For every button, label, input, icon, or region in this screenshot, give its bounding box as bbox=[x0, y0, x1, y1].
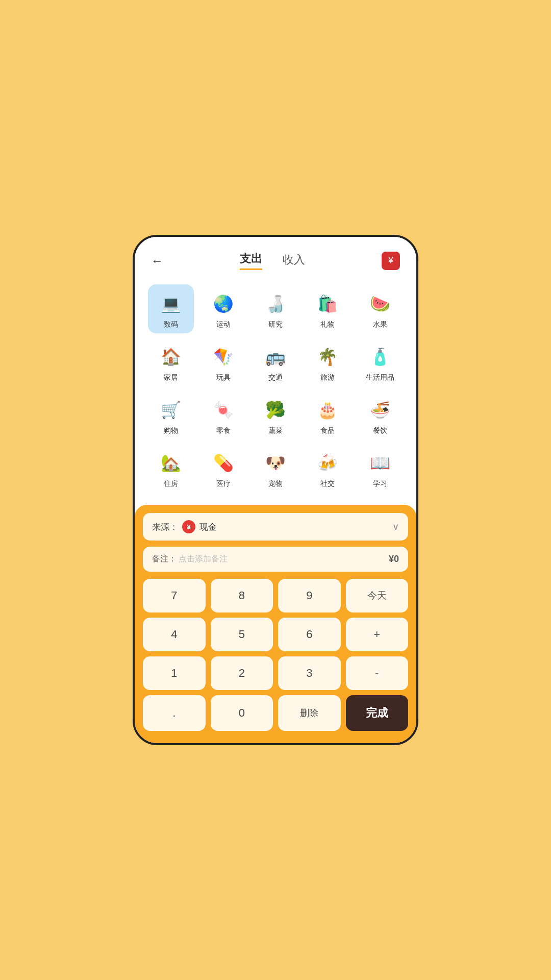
tab-expense[interactable]: 支出 bbox=[240, 251, 262, 270]
cat-icon-study2: 🍶 bbox=[261, 289, 290, 318]
cat-item-shopping[interactable]: 🛒购物 bbox=[148, 390, 194, 439]
category-row: 💻数码🌏运动🍶研究🛍️礼物🍉水果 bbox=[145, 284, 406, 333]
cat-icon-pet: 🐶 bbox=[261, 449, 290, 477]
source-icon: ¥ bbox=[182, 520, 195, 533]
cat-icon-digital: 💻 bbox=[157, 289, 185, 318]
cat-icon-learn: 📖 bbox=[366, 449, 394, 477]
cat-item-digital[interactable]: 💻数码 bbox=[148, 284, 194, 333]
cat-label-social: 社交 bbox=[320, 479, 335, 488]
cat-label-learn: 学习 bbox=[373, 479, 387, 488]
cat-icon-fruit: 🍉 bbox=[366, 289, 394, 318]
cat-item-sports[interactable]: 🌏运动 bbox=[201, 284, 246, 333]
numpad-btn-4[interactable]: 4 bbox=[143, 618, 206, 651]
cat-item-learn[interactable]: 📖学习 bbox=[357, 444, 403, 493]
cat-item-pet[interactable]: 🐶宠物 bbox=[253, 444, 298, 493]
numpad: 789今天456+123-.0删除完成 bbox=[143, 579, 408, 731]
cat-label-gift: 礼物 bbox=[320, 320, 335, 329]
cat-label-home: 家居 bbox=[164, 373, 178, 382]
cat-icon-medical: 💊 bbox=[209, 449, 238, 477]
cat-label-veggie: 蔬菜 bbox=[268, 426, 283, 435]
cat-item-toys[interactable]: 🪁玩具 bbox=[201, 337, 246, 386]
cat-item-gift[interactable]: 🛍️礼物 bbox=[305, 284, 350, 333]
cat-label-toys: 玩具 bbox=[216, 373, 231, 382]
cat-icon-snacks: 🍬 bbox=[209, 396, 238, 424]
bottom-panel: 来源： ¥ 现金 ∨ 备注： 点击添加备注 ¥0 789今天456+123-.0… bbox=[135, 505, 416, 743]
cat-label-study2: 研究 bbox=[268, 320, 283, 329]
numpad-btn-7[interactable]: 7 bbox=[143, 579, 206, 612]
cat-icon-travel: 🌴 bbox=[313, 342, 342, 371]
numpad-btn-.[interactable]: . bbox=[143, 695, 206, 731]
cat-item-housing[interactable]: 🏡住房 bbox=[148, 444, 194, 493]
numpad-btn--[interactable]: - bbox=[346, 656, 409, 690]
cat-icon-dining: 🍜 bbox=[366, 396, 394, 424]
numpad-btn-8[interactable]: 8 bbox=[211, 579, 273, 612]
cat-item-dining[interactable]: 🍜餐饮 bbox=[357, 390, 403, 439]
header: ← 支出 收入 ¥ bbox=[135, 237, 416, 278]
cat-label-sports: 运动 bbox=[216, 320, 231, 329]
cat-icon-traffic: 🚌 bbox=[261, 342, 290, 371]
cat-icon-toys: 🪁 bbox=[209, 342, 238, 371]
source-row[interactable]: 来源： ¥ 现金 ∨ bbox=[143, 513, 408, 541]
cat-item-travel[interactable]: 🌴旅游 bbox=[305, 337, 350, 386]
note-left: 备注： 点击添加备注 bbox=[152, 554, 228, 565]
cat-item-daily[interactable]: 🧴生活用品 bbox=[357, 337, 403, 386]
back-button[interactable]: ← bbox=[151, 254, 163, 268]
header-tabs: 支出 收入 bbox=[240, 251, 305, 270]
category-row: 🏡住房💊医疗🐶宠物🍻社交📖学习 bbox=[145, 444, 406, 493]
cat-icon-daily: 🧴 bbox=[366, 342, 394, 371]
cat-label-fruit: 水果 bbox=[373, 320, 387, 329]
category-row: 🏠家居🪁玩具🚌交通🌴旅游🧴生活用品 bbox=[145, 337, 406, 386]
note-row[interactable]: 备注： 点击添加备注 ¥0 bbox=[143, 547, 408, 572]
amount-display: ¥0 bbox=[389, 554, 399, 565]
numpad-btn-+[interactable]: + bbox=[346, 618, 409, 651]
numpad-btn-2[interactable]: 2 bbox=[211, 656, 273, 690]
cat-icon-housing: 🏡 bbox=[157, 449, 185, 477]
cat-label-dining: 餐饮 bbox=[373, 426, 387, 435]
cat-item-veggie[interactable]: 🥦蔬菜 bbox=[253, 390, 298, 439]
numpad-btn-1[interactable]: 1 bbox=[143, 656, 206, 690]
source-chevron-icon: ∨ bbox=[392, 521, 399, 532]
cat-icon-social: 🍻 bbox=[313, 449, 342, 477]
cat-label-medical: 医疗 bbox=[216, 479, 231, 488]
numpad-btn-3[interactable]: 3 bbox=[278, 656, 341, 690]
book-icon-button[interactable]: ¥ bbox=[382, 252, 400, 270]
cat-icon-home: 🏠 bbox=[157, 342, 185, 371]
cat-item-traffic[interactable]: 🚌交通 bbox=[253, 337, 298, 386]
cat-item-home[interactable]: 🏠家居 bbox=[148, 337, 194, 386]
cat-label-daily: 生活用品 bbox=[366, 373, 394, 382]
numpad-btn-今天[interactable]: 今天 bbox=[346, 579, 409, 612]
numpad-btn-9[interactable]: 9 bbox=[278, 579, 341, 612]
cat-icon-veggie: 🥦 bbox=[261, 396, 290, 424]
cat-label-shopping: 购物 bbox=[164, 426, 178, 435]
cat-label-traffic: 交通 bbox=[268, 373, 283, 382]
cat-label-travel: 旅游 bbox=[320, 373, 335, 382]
cat-label-housing: 住房 bbox=[164, 479, 178, 488]
cat-item-social[interactable]: 🍻社交 bbox=[305, 444, 350, 493]
tab-income[interactable]: 收入 bbox=[283, 252, 305, 270]
note-placeholder: 点击添加备注 bbox=[179, 554, 228, 565]
source-left: 来源： ¥ 现金 bbox=[152, 520, 217, 533]
note-prefix-label: 备注： bbox=[152, 554, 177, 565]
cat-icon-shopping: 🛒 bbox=[157, 396, 185, 424]
cat-label-food: 食品 bbox=[320, 426, 335, 435]
cat-item-food[interactable]: 🎂食品 bbox=[305, 390, 350, 439]
phone-container: ← 支出 收入 ¥ 💻数码🌏运动🍶研究🛍️礼物🍉水果🏠家居🪁玩具🚌交通🌴旅游🧴生… bbox=[133, 235, 418, 745]
numpad-btn-done[interactable]: 完成 bbox=[346, 695, 409, 731]
category-row: 🛒购物🍬零食🥦蔬菜🎂食品🍜餐饮 bbox=[145, 390, 406, 439]
category-grid: 💻数码🌏运动🍶研究🛍️礼物🍉水果🏠家居🪁玩具🚌交通🌴旅游🧴生活用品🛒购物🍬零食🥦… bbox=[135, 278, 416, 505]
cat-item-medical[interactable]: 💊医疗 bbox=[201, 444, 246, 493]
numpad-btn-5[interactable]: 5 bbox=[211, 618, 273, 651]
numpad-btn-0[interactable]: 0 bbox=[211, 695, 273, 731]
cat-icon-sports: 🌏 bbox=[209, 289, 238, 318]
source-prefix-label: 来源： bbox=[152, 521, 178, 533]
source-name-label: 现金 bbox=[199, 521, 217, 533]
cat-icon-gift: 🛍️ bbox=[313, 289, 342, 318]
cat-item-snacks[interactable]: 🍬零食 bbox=[201, 390, 246, 439]
cat-item-fruit[interactable]: 🍉水果 bbox=[357, 284, 403, 333]
numpad-btn-6[interactable]: 6 bbox=[278, 618, 341, 651]
cat-label-digital: 数码 bbox=[164, 320, 178, 329]
cat-item-study2[interactable]: 🍶研究 bbox=[253, 284, 298, 333]
cat-icon-food: 🎂 bbox=[313, 396, 342, 424]
numpad-btn-delete[interactable]: 删除 bbox=[278, 695, 341, 731]
cat-label-pet: 宠物 bbox=[268, 479, 283, 488]
